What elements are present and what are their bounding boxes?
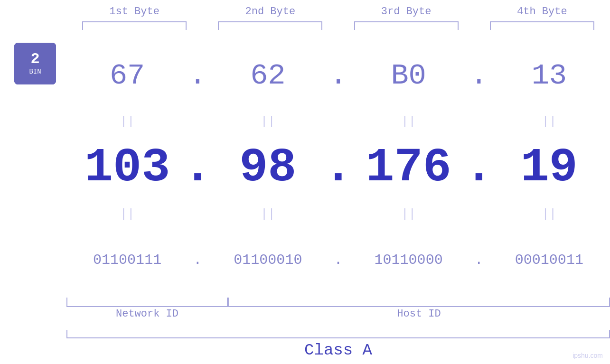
bin-byte4-cell: 00010011 [488, 252, 610, 268]
eq2-cell2: || [207, 207, 328, 221]
data-rows: 67 . 62 . B0 . 13 [66, 38, 610, 298]
base-badges-column: 16 HEX 10 DEC 2 BIN [0, 0, 66, 364]
byte3-bracket-top [354, 21, 459, 30]
network-id-label: Network ID [66, 308, 228, 320]
eq1-cell3: || [348, 114, 469, 129]
main-content: 1st Byte 2nd Byte 3rd Byte 4th Byte 67 [66, 0, 610, 364]
hex-byte4-value: 13 [532, 59, 567, 93]
eq1-symbol2: || [261, 114, 275, 129]
page-container: 16 HEX 10 DEC 2 BIN 1st Byte 2nd Byte 3r… [0, 0, 610, 364]
hex-dot2-symbol: . [329, 59, 347, 93]
dec-byte2-cell: 98 [207, 141, 328, 195]
bin-dot1: . [188, 252, 207, 268]
bin-dot3: . [469, 252, 488, 268]
bin-byte3-value: 10110000 [375, 252, 443, 268]
bin-byte3-cell: 10110000 [348, 252, 469, 268]
bin-row: 01100111 . 01100010 . 10110000 . [66, 223, 610, 298]
dec-dot2: . [329, 141, 348, 195]
host-id-label: Host ID [228, 308, 610, 320]
eq1-cell4: || [488, 114, 610, 129]
hex-byte1-cell: 67 [66, 59, 188, 93]
byte4-bracket-top [490, 21, 594, 30]
watermark: ipshu.com [572, 352, 603, 359]
bin-base-label: BIN [29, 68, 41, 75]
dec-dot3: . [469, 141, 488, 195]
class-bracket [66, 330, 610, 338]
bin-dot2: . [329, 252, 348, 268]
bin-byte4-value: 00010011 [515, 252, 583, 268]
eq1-symbol4: || [542, 114, 556, 129]
eq1-symbol1: || [120, 114, 135, 129]
byte1-label: 1st Byte [109, 6, 160, 18]
eq-row-1: || || || || [66, 113, 610, 130]
eq2-symbol3: || [401, 207, 416, 221]
bin-byte1-cell: 01100111 [66, 252, 188, 268]
bin-byte2-value: 01100010 [234, 252, 302, 268]
dec-byte4-value: 19 [521, 141, 578, 195]
byte2-header: 2nd Byte [202, 6, 338, 30]
eq1-symbol3: || [401, 114, 416, 129]
eq1-cell1: || [66, 114, 188, 129]
bin-dot2-symbol: . [334, 252, 342, 268]
hex-byte3-cell: B0 [348, 59, 469, 93]
bin-badge: 2 BIN [14, 43, 56, 84]
hex-dot1-symbol: . [189, 59, 206, 93]
byte1-header: 1st Byte [66, 6, 202, 30]
dec-byte3-value: 176 [366, 141, 451, 195]
eq2-symbol1: || [120, 207, 135, 221]
hex-byte1-value: 67 [110, 59, 145, 93]
eq1-cell2: || [207, 114, 328, 129]
bin-base-number: 2 [30, 52, 39, 67]
hex-byte2-value: 62 [250, 59, 285, 93]
hex-byte2-cell: 62 [207, 59, 328, 93]
eq2-cell4: || [488, 207, 610, 221]
bottom-section: Network ID Host ID Class A [66, 298, 610, 364]
eq2-symbol2: || [261, 207, 275, 221]
hex-dot1: . [188, 59, 207, 93]
eq-row-2: || || || || [66, 205, 610, 223]
bin-byte1-value: 01100111 [93, 252, 161, 268]
byte2-bracket-top [218, 21, 322, 30]
eq2-cell3: || [348, 207, 469, 221]
byte-headers: 1st Byte 2nd Byte 3rd Byte 4th Byte [66, 0, 610, 38]
byte4-label: 4th Byte [517, 6, 567, 18]
hex-dot2: . [329, 59, 348, 93]
bin-byte2-cell: 01100010 [207, 252, 328, 268]
class-label: Class A [304, 341, 372, 359]
byte4-header: 4th Byte [474, 6, 610, 30]
dec-byte2-value: 98 [239, 141, 296, 195]
dec-byte4-cell: 19 [488, 141, 610, 195]
hex-row: 67 . 62 . B0 . 13 [66, 38, 610, 113]
host-id-bracket [228, 298, 610, 307]
dec-byte1-cell: 103 [66, 141, 188, 195]
eq2-cell1: || [66, 207, 188, 221]
byte2-label: 2nd Byte [245, 6, 296, 18]
hex-dot3: . [469, 59, 488, 93]
bin-dot1-symbol: . [193, 252, 202, 268]
dec-dot1: . [188, 141, 207, 195]
byte3-header: 3rd Byte [338, 6, 474, 30]
bin-dot3-symbol: . [475, 252, 483, 268]
byte1-bracket-top [82, 21, 187, 30]
hex-dot3-symbol: . [470, 59, 488, 93]
dec-row: 103 . 98 . 176 . 19 [66, 130, 610, 205]
hex-byte3-value: B0 [391, 59, 426, 93]
eq2-symbol4: || [542, 207, 556, 221]
class-area: Class A [66, 330, 610, 359]
byte3-label: 3rd Byte [381, 6, 432, 18]
network-id-bracket [66, 298, 228, 307]
hex-byte4-cell: 13 [488, 59, 610, 93]
dec-byte1-value: 103 [84, 141, 170, 195]
dec-byte3-cell: 176 [348, 141, 469, 195]
